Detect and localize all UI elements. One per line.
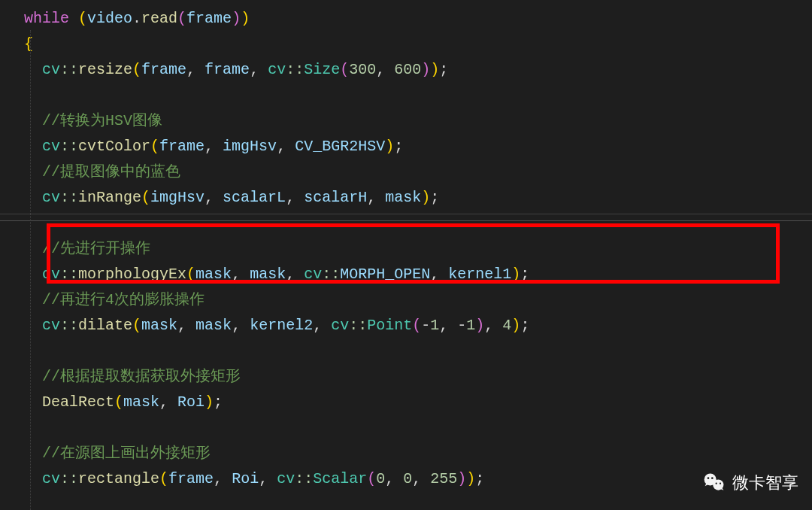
watermark-text: 微卡智享: [732, 469, 798, 496]
code-line: cv::cvtColor(frame, imgHsv, CV_BGR2HSV);: [6, 134, 812, 159]
code-line: [6, 415, 812, 441]
code-line: cv::dilate(mask, mask, kernel2, cv::Poin…: [6, 313, 812, 338]
code-line: //再进行4次的膨胀操作: [6, 287, 812, 313]
comment: //转换为HSV图像: [42, 112, 162, 129]
code-line: [6, 83, 812, 108]
code-editor: while (video.read(frame)) { cv::resize(f…: [0, 0, 812, 492]
svg-point-2: [707, 478, 710, 480]
wechat-watermark: 微卡智享: [702, 469, 798, 496]
comment: //再进行4次的膨胀操作: [42, 291, 205, 308]
code-line: cv::resize(frame, frame, cv::Size(300, 6…: [6, 57, 812, 83]
comment: //提取图像中的蓝色: [42, 163, 180, 181]
code-line: cv::rectangle(frame, Roi, cv::Scalar(0, …: [6, 466, 812, 492]
code-line: [6, 338, 812, 364]
comment: //先进行开操作: [42, 240, 150, 257]
comment: //根据提取数据获取外接矩形: [42, 368, 241, 385]
code-line: cv::morphologyEx(mask, mask, cv::MORPH_O…: [6, 262, 812, 287]
code-line: cv::inRange(imgHsv, scalarL, scalarH, ma…: [6, 185, 812, 211]
code-line: DealRect(mask, Roi);: [6, 390, 812, 415]
code-line: {: [6, 32, 812, 57]
code-line: while (video.read(frame)): [6, 6, 812, 32]
code-line: //在源图上画出外接矩形: [6, 441, 812, 466]
comment: //在源图上画出外接矩形: [42, 445, 211, 462]
svg-point-3: [711, 478, 714, 480]
svg-point-4: [716, 483, 717, 484]
indent-guide: [30, 30, 31, 510]
code-line: //根据提取数据获取外接矩形: [6, 364, 812, 390]
code-line: //提取图像中的蓝色: [6, 159, 812, 185]
code-line: [6, 211, 812, 236]
code-line: //先进行开操作: [6, 236, 812, 262]
code-line: //转换为HSV图像: [6, 108, 812, 134]
svg-point-5: [720, 483, 721, 484]
wechat-icon: [702, 470, 726, 494]
